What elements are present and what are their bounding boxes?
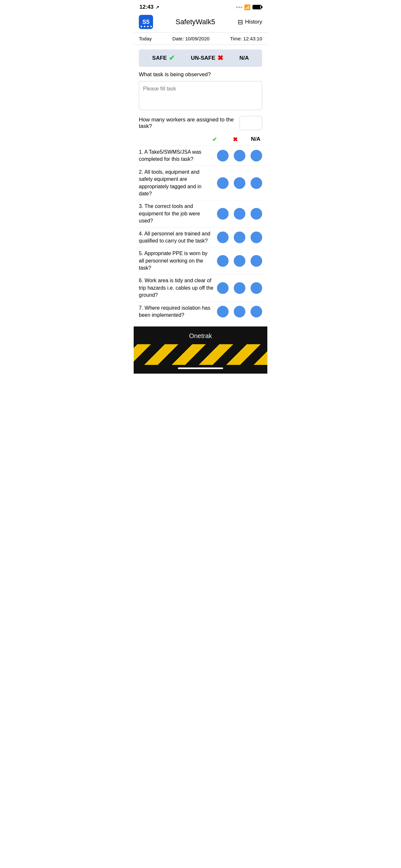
safe-check-icon: ✔ bbox=[169, 54, 175, 62]
option-safe-6[interactable] bbox=[217, 282, 228, 294]
signal-dot-3 bbox=[241, 6, 242, 8]
unsafe-cross-icon: ✖ bbox=[217, 54, 223, 62]
checklist-item-text-4: 4. All personnel are trained and qualifi… bbox=[139, 230, 217, 245]
option-na-4[interactable] bbox=[251, 231, 262, 243]
logo-text: S5 bbox=[143, 19, 150, 26]
checklist-item: 7. Where required isolation has been imp… bbox=[134, 302, 267, 321]
battery-fill bbox=[253, 5, 260, 9]
checklist: 1. A Take5/SWMS/JSA was completed for th… bbox=[134, 146, 267, 321]
option-safe-4[interactable] bbox=[217, 231, 228, 243]
checklist-item-options-4 bbox=[217, 231, 262, 243]
workers-section: How many workers are assigned to the tas… bbox=[134, 112, 267, 135]
checklist-item-text-7: 7. Where required isolation has been imp… bbox=[139, 305, 217, 319]
option-safe-7[interactable] bbox=[217, 306, 228, 317]
header-title: SafetyWalk5 bbox=[176, 18, 215, 26]
checklist-item-options-6 bbox=[217, 282, 262, 294]
history-icon: ⊟ bbox=[238, 18, 243, 26]
option-safe-3[interactable] bbox=[217, 208, 228, 220]
footer: Onetrak bbox=[134, 327, 267, 374]
option-unsafe-1[interactable] bbox=[234, 150, 245, 161]
checklist-item-text-1: 1. A Take5/SWMS/JSA was completed for th… bbox=[139, 149, 217, 163]
app-header: S5 SafetyWalk5 ⊟ History bbox=[134, 12, 267, 33]
option-unsafe-6[interactable] bbox=[234, 282, 245, 294]
option-unsafe-5[interactable] bbox=[234, 255, 245, 267]
task-question: What task is being observed? bbox=[139, 71, 262, 78]
hazard-stripe bbox=[134, 344, 267, 365]
checklist-item: 6. Work area is tidy and clear of trip h… bbox=[134, 274, 267, 301]
option-na-6[interactable] bbox=[251, 282, 262, 294]
checklist-item: 5. Appropriate PPE is worn by all person… bbox=[134, 247, 267, 274]
checklist-item-options-1 bbox=[217, 150, 262, 161]
checklist-item-options-7 bbox=[217, 306, 262, 317]
option-na-1[interactable] bbox=[251, 150, 262, 161]
footer-title: Onetrak bbox=[134, 332, 267, 344]
task-input[interactable] bbox=[139, 81, 262, 110]
checklist-item-options-5 bbox=[217, 255, 262, 267]
checklist-item: 4. All personnel are trained and qualifi… bbox=[134, 227, 267, 247]
checklist-item: 1. A Take5/SWMS/JSA was completed for th… bbox=[134, 146, 267, 166]
workers-question: How many workers are assigned to the tas… bbox=[139, 117, 240, 129]
wifi-icon: 📶 bbox=[244, 4, 251, 10]
signal-dot-1 bbox=[236, 6, 238, 8]
today-label: Today bbox=[139, 36, 152, 41]
time-label: Time: 12:43:10 bbox=[230, 36, 263, 41]
option-na-2[interactable] bbox=[251, 177, 262, 189]
legend-bar: SAFE ✔ UN-SAFE ✖ N/A bbox=[139, 50, 262, 67]
checklist-item-text-2: 2. All tools, equipment and safety equip… bbox=[139, 168, 217, 197]
workers-input[interactable] bbox=[240, 116, 262, 130]
history-button[interactable]: ⊟ History bbox=[238, 18, 262, 26]
history-label: History bbox=[245, 19, 262, 25]
legend-na: N/A bbox=[239, 55, 249, 61]
col-header-na: N/A bbox=[249, 136, 262, 143]
status-bar: 12:43 ↗ 📶 bbox=[134, 0, 267, 12]
option-safe-2[interactable] bbox=[217, 177, 228, 189]
option-unsafe-7[interactable] bbox=[234, 306, 245, 317]
checklist-item: 2. All tools, equipment and safety equip… bbox=[134, 166, 267, 200]
status-icons: 📶 bbox=[236, 4, 261, 10]
checklist-item: 3. The correct tools and equipment for t… bbox=[134, 200, 267, 227]
date-row: Today Date: 10/09/2020 Time: 12:43:10 bbox=[134, 33, 267, 45]
option-na-5[interactable] bbox=[251, 255, 262, 267]
option-na-7[interactable] bbox=[251, 306, 262, 317]
unsafe-label: UN-SAFE bbox=[191, 55, 215, 61]
na-label: N/A bbox=[239, 55, 249, 61]
task-section: What task is being observed? bbox=[134, 71, 267, 112]
status-time: 12:43 ↗ bbox=[140, 4, 159, 10]
checklist-item-options-2 bbox=[217, 177, 262, 189]
home-indicator bbox=[134, 365, 267, 374]
option-unsafe-4[interactable] bbox=[234, 231, 245, 243]
option-unsafe-3[interactable] bbox=[234, 208, 245, 220]
signal-dot-2 bbox=[238, 6, 240, 8]
signal-dots bbox=[236, 6, 242, 8]
legend-unsafe: UN-SAFE ✖ bbox=[191, 54, 223, 62]
col-header-unsafe: ✖ bbox=[228, 136, 242, 143]
battery-icon bbox=[252, 5, 261, 9]
checklist-item-text-5: 5. Appropriate PPE is worn by all person… bbox=[139, 250, 217, 272]
location-icon: ↗ bbox=[156, 5, 159, 10]
checklist-item-text-3: 3. The correct tools and equipment for t… bbox=[139, 203, 217, 224]
option-unsafe-2[interactable] bbox=[234, 177, 245, 189]
date-label: Date: 10/09/2020 bbox=[173, 36, 210, 41]
option-safe-5[interactable] bbox=[217, 255, 228, 267]
safe-label: SAFE bbox=[152, 55, 166, 61]
home-bar bbox=[178, 368, 223, 369]
option-safe-1[interactable] bbox=[217, 150, 228, 161]
option-na-3[interactable] bbox=[251, 208, 262, 220]
checklist-item-options-3 bbox=[217, 208, 262, 220]
col-header-safe: ✔ bbox=[208, 136, 221, 143]
legend-safe: SAFE ✔ bbox=[152, 54, 174, 62]
checklist-item-text-6: 6. Work area is tidy and clear of trip h… bbox=[139, 277, 217, 299]
app-logo: S5 bbox=[139, 15, 153, 29]
logo-stripe bbox=[139, 26, 153, 27]
checklist-header: ✔ ✖ N/A bbox=[134, 135, 267, 146]
